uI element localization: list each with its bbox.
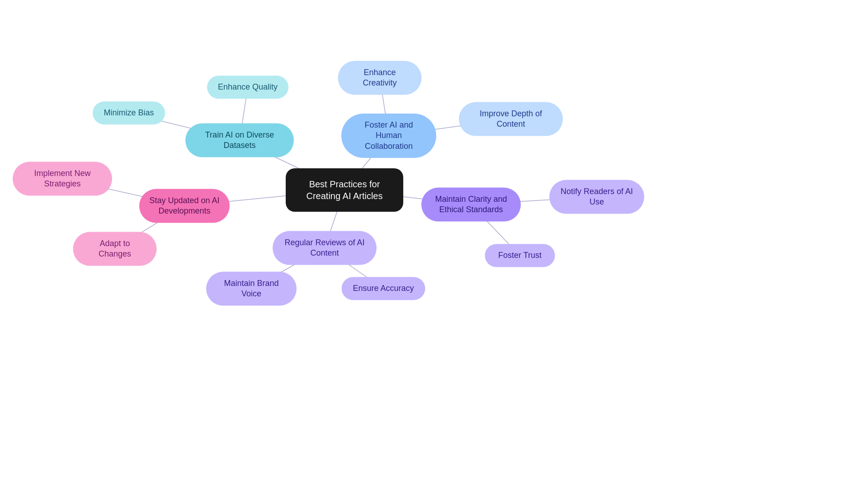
node-minimize-bias: Minimize Bias (93, 101, 165, 124)
node-implement-new: Implement New Strategies (13, 162, 112, 196)
node-maintain-clarity: Maintain Clarity and Ethical Standards (421, 188, 521, 222)
node-maintain-brand: Maintain Brand Voice (206, 272, 297, 306)
node-adapt-changes: Adapt to Changes (73, 232, 157, 266)
node-ensure-accuracy: Ensure Accuracy (342, 277, 425, 300)
node-center: Best Practices for Creating AI Articles (286, 168, 403, 212)
node-foster-ai: Foster AI and Human Collaboration (341, 114, 436, 158)
node-regular-reviews: Regular Reviews of AI Content (273, 231, 377, 265)
node-stay-updated: Stay Updated on AI Developments (139, 189, 230, 223)
node-enhance-quality: Enhance Quality (207, 76, 288, 99)
node-train-ai: Train AI on Diverse Datasets (185, 124, 294, 157)
node-improve-depth: Improve Depth of Content (459, 102, 563, 136)
node-foster-trust: Foster Trust (485, 244, 555, 267)
mind-map-container: Best Practices for Creating AI ArticlesT… (0, 0, 868, 490)
node-enhance-creativity: Enhance Creativity (338, 61, 422, 95)
node-notify-readers: Notify Readers of AI Use (549, 180, 644, 214)
